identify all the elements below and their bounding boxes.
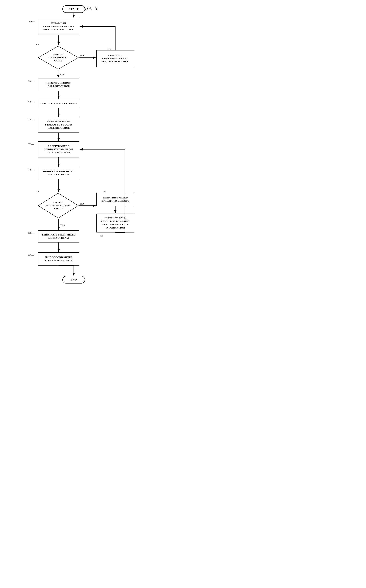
box-80: TERMINATE FIRST MIXED MEDIA STREAM [38,230,79,242]
svg-text:YES: YES [60,224,65,227]
svg-text:NO: NO [80,54,84,57]
ref-60: 60 — [29,20,35,23]
ref-72: 72 — [28,143,34,146]
box-78: SEND FIRST MIXED STREAM TO CLIENTS [96,193,134,206]
ref-68: 68 — [28,100,34,103]
box-73: INSTRUCT CALL RESOURCE TO ADJUST SYNCHRO… [96,214,134,233]
arrows-svg: YES NO YES NO [0,0,183,294]
ref-74: 74 — [28,168,34,171]
ref-78: 78 [103,190,106,193]
box-66: IDENTIFY SECOND CALL RESOURCE [38,78,79,91]
ref-82: 82 — [28,254,34,257]
box-72: RECEIVE MIXED MEDIA STREAM FROM CALL RES… [38,141,79,158]
ref-70: 70 — [28,118,34,121]
ref-66: 66 — [28,79,34,83]
box-68: DUPLICATE MEDIA STREAM [38,99,79,108]
diamond-62: SWITCH CONFERENCE CALL? [38,45,79,70]
diamond-76: SECOND MODIFIED STREAM VALID? [38,192,79,219]
diagram-container: FIG. 5 START 60 — ESTABLISH CONFERENCE C… [0,0,183,294]
start-node: START [62,5,85,13]
ref-64: 64, [108,47,111,50]
box-74: MODIFY SECOND MIXED MEDIA STREAM [38,167,79,179]
box-82: SEND SECOND MIXED STREAM TO CLIENTS [38,252,79,265]
svg-text:NO: NO [80,202,84,205]
box-64: CONTINUE CONFERENCE CALL ON CALL RESOURC… [96,50,134,67]
ref-73: 73 [100,234,103,237]
box-60: ESTABLISH CONFERENCE CALL ON FIRST CALL … [38,18,79,35]
svg-text:YES: YES [60,73,64,76]
end-node: END [62,276,85,284]
box-70: SEND DUPLICATE STREAM TO SECOND CALL RES… [38,117,79,133]
ref-80: 80 — [28,232,34,234]
